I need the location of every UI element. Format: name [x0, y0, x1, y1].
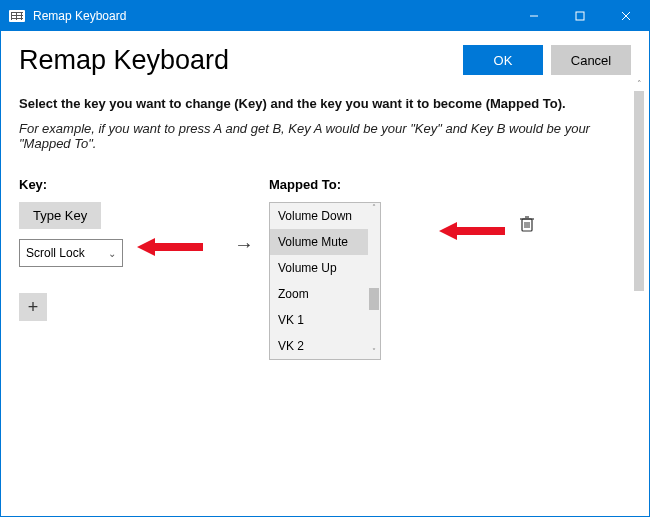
instructions-main: Select the key you want to change (Key) … — [19, 96, 631, 111]
listbox-item[interactable]: Volume Mute — [270, 229, 380, 255]
key-label: Key: — [19, 177, 219, 192]
titlebar: Remap Keyboard — [1, 1, 649, 31]
ok-button[interactable]: OK — [463, 45, 543, 75]
page-title: Remap Keyboard — [19, 45, 455, 76]
instructions-example: For example, if you want to press A and … — [19, 121, 631, 151]
client-area: Remap Keyboard OK Cancel Select the key … — [1, 31, 649, 516]
add-mapping-button[interactable]: + — [19, 293, 47, 321]
chevron-down-icon: ⌄ — [108, 248, 116, 259]
listbox-item[interactable]: Volume Up — [270, 255, 380, 281]
scroll-track[interactable] — [368, 215, 380, 347]
scroll-thumb[interactable] — [369, 288, 379, 310]
delete-mapping-button[interactable] — [519, 215, 535, 233]
listbox-item[interactable]: Volume Down — [270, 203, 380, 229]
window: Remap Keyboard Remap Keyboard OK Cancel … — [0, 0, 650, 517]
listbox-scrollbar[interactable]: ˄ ˅ — [368, 203, 380, 359]
header-row: Remap Keyboard OK Cancel — [19, 45, 631, 76]
scroll-down-icon[interactable]: ˅ — [368, 347, 380, 359]
mapped-listbox[interactable]: Volume DownVolume MuteVolume UpZoomVK 1V… — [269, 202, 381, 360]
key-column: Key: Type Key Scroll Lock ⌄ + — [19, 177, 219, 360]
arrow-right-icon: → — [234, 233, 254, 360]
minimize-button[interactable] — [511, 1, 557, 31]
page-scroll-up-icon[interactable]: ˄ — [632, 79, 646, 89]
key-dropdown-value: Scroll Lock — [26, 246, 85, 260]
instructions: Select the key you want to change (Key) … — [19, 96, 631, 151]
window-title: Remap Keyboard — [33, 9, 511, 23]
listbox-item[interactable]: VK 2 — [270, 333, 380, 359]
key-dropdown[interactable]: Scroll Lock ⌄ — [19, 239, 123, 267]
mapped-label: Mapped To: — [269, 177, 631, 192]
maximize-button[interactable] — [557, 1, 603, 31]
type-key-button[interactable]: Type Key — [19, 202, 101, 229]
listbox-item[interactable]: Zoom — [270, 281, 380, 307]
cancel-button[interactable]: Cancel — [551, 45, 631, 75]
svg-rect-1 — [576, 12, 584, 20]
app-icon — [9, 10, 25, 22]
arrow-column: → — [219, 177, 269, 360]
trash-icon — [519, 215, 535, 233]
mapping-columns: Key: Type Key Scroll Lock ⌄ + → Mapped T… — [19, 177, 631, 360]
scroll-up-icon[interactable]: ˄ — [368, 203, 380, 215]
page-scroll-thumb[interactable] — [634, 91, 644, 291]
page-scrollbar[interactable]: ˄ — [632, 79, 646, 498]
mapped-column: Mapped To: Volume DownVolume MuteVolume … — [269, 177, 631, 360]
listbox-item[interactable]: VK 1 — [270, 307, 380, 333]
close-button[interactable] — [603, 1, 649, 31]
